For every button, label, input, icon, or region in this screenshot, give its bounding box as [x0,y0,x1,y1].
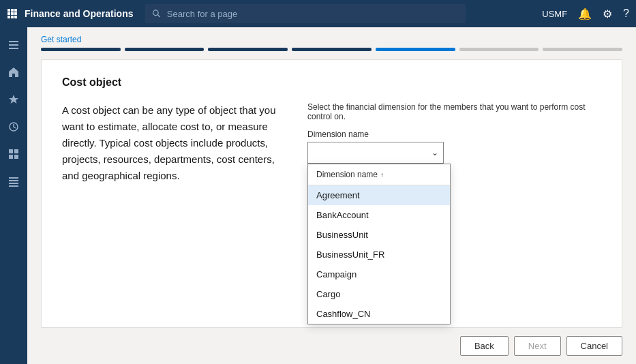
step-5 [376,48,455,51]
dropdown-item-cargo[interactable]: Cargo [308,284,450,304]
svg-rect-12 [9,44,18,46]
svg-rect-15 [9,149,13,153]
svg-rect-4 [11,12,14,15]
help-icon[interactable]: ? [623,7,629,20]
dimension-select[interactable] [307,142,444,164]
nav-right-area: USMF 🔔 ⚙ ? [542,7,629,20]
svg-rect-16 [14,149,18,153]
notification-icon[interactable]: 🔔 [578,7,592,20]
svg-rect-1 [11,9,14,12]
company-label: USMF [542,9,567,19]
step-6 [459,48,539,51]
svg-point-9 [153,10,159,16]
sidebar [0,27,27,364]
app-title: Finance and Operations [25,8,133,19]
dropdown-item-campaign[interactable]: Campaign [308,264,450,284]
search-icon [152,9,161,18]
sidebar-item-menu[interactable] [1,33,26,57]
back-button[interactable]: Back [460,336,509,356]
dropdown-popup-header[interactable]: Dimension name ↑ [308,164,450,185]
svg-rect-22 [9,185,18,187]
top-navigation: Finance and Operations USMF 🔔 ⚙ ? [0,0,636,27]
dimension-dropdown-wrapper[interactable]: ⌄ Dimension name ↑ Agreement BankAccount… [307,142,444,164]
search-bar[interactable] [145,4,466,23]
step-1 [41,48,121,51]
breadcrumb: Get started [27,27,636,48]
svg-rect-5 [14,12,17,15]
svg-rect-7 [11,16,14,18]
wizard-card: Cost object A cost object can be any typ… [41,59,622,328]
sidebar-item-workspaces[interactable] [1,142,26,166]
sidebar-item-favorites[interactable] [1,87,26,112]
dropdown-item-cashflow-cn[interactable]: Cashflow_CN [308,304,450,324]
sidebar-item-modules[interactable] [1,169,26,194]
wizard-steps [27,48,636,59]
svg-rect-21 [9,183,18,184]
next-button[interactable]: Next [514,336,561,356]
main-content: Get started Cost object A cost object ca… [27,27,636,364]
svg-rect-19 [9,177,18,179]
svg-rect-11 [9,41,18,42]
breadcrumb-link[interactable]: Get started [41,35,81,44]
dropdown-item-bankaccount[interactable]: BankAccount [308,205,450,225]
dimension-label: Dimension name [307,130,601,139]
grid-menu-icon[interactable] [7,8,18,19]
svg-rect-18 [14,155,18,159]
step-7 [543,48,622,51]
wizard-description: A cost object can be any type of object … [62,102,280,184]
dropdown-item-businessunit[interactable]: BusinessUnit [308,225,450,245]
dropdown-list: Agreement BankAccount BusinessUnit Busin… [308,185,450,324]
dropdown-item-businessunit-fr[interactable]: BusinessUnit_FR [308,245,450,264]
wizard-title: Cost object [62,76,601,89]
sidebar-item-recent[interactable] [1,115,26,139]
svg-rect-20 [9,180,18,181]
main-layout: Get started Cost object A cost object ca… [0,27,636,364]
sort-arrow-icon: ↑ [380,171,384,179]
svg-rect-8 [14,16,17,18]
cancel-button[interactable]: Cancel [566,336,622,356]
wizard-form: Select the financial dimension for the m… [307,102,601,184]
svg-rect-17 [9,155,13,159]
wizard-body: A cost object can be any type of object … [62,102,601,184]
footer: Back Next Cancel [27,328,636,364]
svg-rect-6 [7,16,10,18]
svg-rect-0 [7,9,10,12]
step-3 [208,48,288,51]
step-4 [292,48,372,51]
svg-rect-2 [14,9,17,12]
sidebar-item-home[interactable] [1,60,26,85]
svg-rect-3 [7,12,10,15]
dropdown-popup: Dimension name ↑ Agreement BankAccount B… [307,164,451,324]
settings-icon[interactable]: ⚙ [603,7,612,20]
form-instruction: Select the financial dimension for the m… [307,102,601,121]
step-2 [125,48,205,51]
svg-rect-13 [9,48,18,49]
dropdown-item-agreement[interactable]: Agreement [308,185,450,205]
dropdown-column-label: Dimension name [316,170,378,179]
svg-line-10 [158,15,160,17]
search-input[interactable] [167,9,459,19]
